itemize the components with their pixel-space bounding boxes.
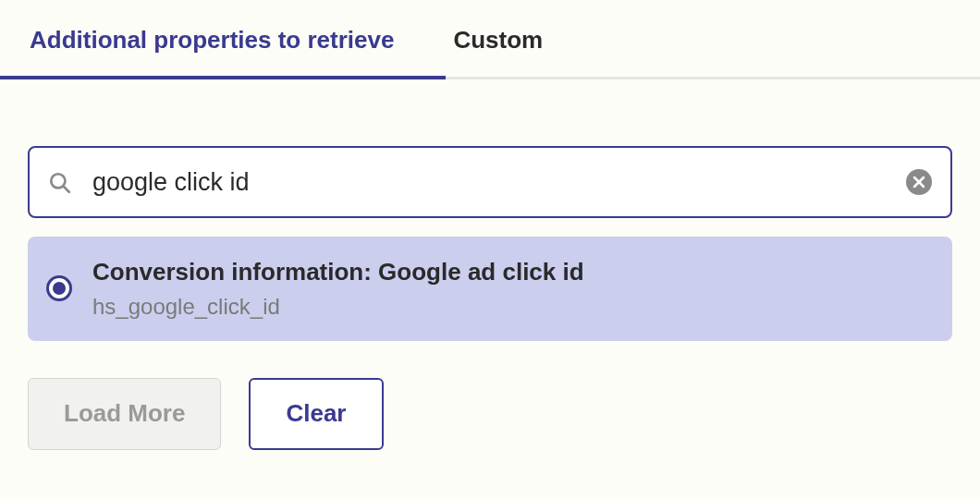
clear-button[interactable]: Clear [249,378,383,450]
search-wrapper [28,146,952,218]
search-icon [48,171,70,193]
tabs-bar: Additional properties to retrieve Custom [0,0,980,79]
svg-line-1 [63,186,69,192]
tab-custom[interactable]: Custom [423,0,572,77]
load-more-button[interactable]: Load More [28,378,221,450]
result-title: Conversion information: Google ad click … [92,257,584,288]
clear-search-icon[interactable] [906,169,932,195]
tab-indicator [0,76,446,79]
tab-additional-properties[interactable]: Additional properties to retrieve [0,0,423,77]
search-input[interactable] [92,168,906,197]
property-result-item[interactable]: Conversion information: Google ad click … [28,237,952,341]
radio-selected-icon[interactable] [46,275,72,301]
result-subtitle: hs_google_click_id [92,292,584,321]
